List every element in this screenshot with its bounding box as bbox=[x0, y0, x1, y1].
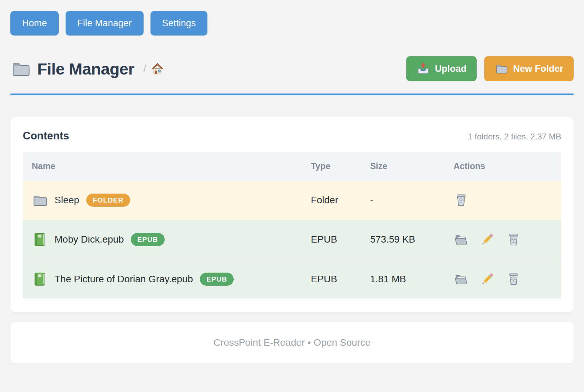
new-folder-button[interactable]: New Folder bbox=[484, 56, 574, 81]
contents-heading: Contents bbox=[23, 130, 69, 142]
folder-icon bbox=[10, 59, 30, 79]
pencil-icon bbox=[480, 232, 495, 247]
upload-button-label: Upload bbox=[435, 63, 467, 74]
folder-open-icon bbox=[454, 232, 469, 247]
type-value: EPUB bbox=[311, 274, 337, 284]
book-icon bbox=[32, 271, 48, 287]
contents-card: Contents 1 folders, 2 files, 2.37 MB Nam… bbox=[10, 117, 574, 312]
pencil-icon bbox=[480, 272, 495, 287]
page-title: File Manager bbox=[37, 59, 134, 78]
actions-cell bbox=[454, 272, 561, 287]
nav-file-manager-button[interactable]: File Manager bbox=[66, 11, 144, 36]
item-name[interactable]: Sleep bbox=[55, 195, 79, 206]
contents-card-header: Contents 1 folders, 2 files, 2.37 MB bbox=[23, 130, 561, 142]
actions-cell bbox=[454, 232, 561, 247]
size-value: 1.81 MB bbox=[370, 274, 406, 284]
file-table: Name Type Size Actions Sleep FOLDER Fold… bbox=[23, 152, 561, 298]
new-folder-button-label: New Folder bbox=[513, 63, 563, 74]
contents-summary: 1 folders, 2 files, 2.37 MB bbox=[468, 132, 561, 141]
move-button[interactable] bbox=[454, 272, 469, 287]
column-header-type: Type bbox=[311, 152, 370, 180]
column-header-size: Size bbox=[370, 152, 454, 180]
delete-button[interactable] bbox=[506, 232, 521, 247]
trash-icon bbox=[506, 232, 521, 247]
book-icon bbox=[32, 232, 48, 247]
column-header-name: Name bbox=[23, 152, 311, 180]
nav-settings-button[interactable]: Settings bbox=[150, 11, 208, 36]
name-cell: Moby Dick.epub EPUB bbox=[23, 232, 311, 247]
move-button[interactable] bbox=[454, 232, 469, 247]
outbox-tray-icon bbox=[417, 62, 430, 75]
delete-button[interactable] bbox=[506, 272, 521, 287]
rename-button[interactable] bbox=[480, 232, 495, 247]
delete-button[interactable] bbox=[454, 193, 469, 208]
page-header: File Manager / Upload New Folder bbox=[10, 56, 574, 81]
footer-text: CrossPoint E-Reader • Open Source bbox=[214, 337, 371, 348]
folder-open-icon bbox=[454, 272, 469, 287]
title-wrap: File Manager / bbox=[10, 59, 164, 79]
item-name[interactable]: Moby Dick.epub bbox=[55, 234, 124, 245]
column-header-actions: Actions bbox=[454, 152, 561, 180]
folder-icon bbox=[495, 62, 508, 75]
item-name[interactable]: The Picture of Dorian Gray.epub bbox=[55, 274, 193, 285]
name-cell: The Picture of Dorian Gray.epub EPUB bbox=[23, 271, 311, 287]
header-actions: Upload New Folder bbox=[406, 56, 574, 81]
type-badge: EPUB bbox=[200, 273, 234, 286]
type-value: EPUB bbox=[311, 234, 337, 245]
page: Home File Manager Settings File Manager … bbox=[0, 0, 584, 363]
breadcrumb: / bbox=[143, 62, 164, 76]
table-header-row: Name Type Size Actions bbox=[23, 152, 561, 180]
type-value: Folder bbox=[311, 195, 338, 205]
upload-button[interactable]: Upload bbox=[406, 56, 477, 81]
house-icon[interactable] bbox=[150, 62, 164, 76]
breadcrumb-separator: / bbox=[143, 63, 146, 75]
footer-card: CrossPoint E-Reader • Open Source bbox=[10, 322, 574, 363]
table-row: The Picture of Dorian Gray.epub EPUB EPU… bbox=[23, 259, 561, 298]
top-nav: Home File Manager Settings bbox=[10, 11, 574, 36]
table-row: Sleep FOLDER Folder - bbox=[23, 180, 561, 220]
nav-home-button[interactable]: Home bbox=[10, 11, 59, 36]
table-row: Moby Dick.epub EPUB EPUB 573.59 KB bbox=[23, 220, 561, 259]
trash-icon bbox=[506, 272, 521, 287]
header-divider bbox=[10, 94, 574, 95]
rename-button[interactable] bbox=[480, 272, 495, 287]
size-value: 573.59 KB bbox=[370, 234, 415, 245]
file-table-body: Sleep FOLDER Folder - Moby Dick.epub EPU… bbox=[23, 180, 561, 298]
name-cell: Sleep FOLDER bbox=[23, 192, 311, 208]
type-badge: EPUB bbox=[131, 233, 165, 246]
type-badge: FOLDER bbox=[86, 194, 130, 207]
trash-icon bbox=[454, 193, 469, 208]
folder-icon bbox=[32, 192, 48, 208]
size-value: - bbox=[370, 195, 373, 205]
actions-cell bbox=[454, 193, 561, 208]
